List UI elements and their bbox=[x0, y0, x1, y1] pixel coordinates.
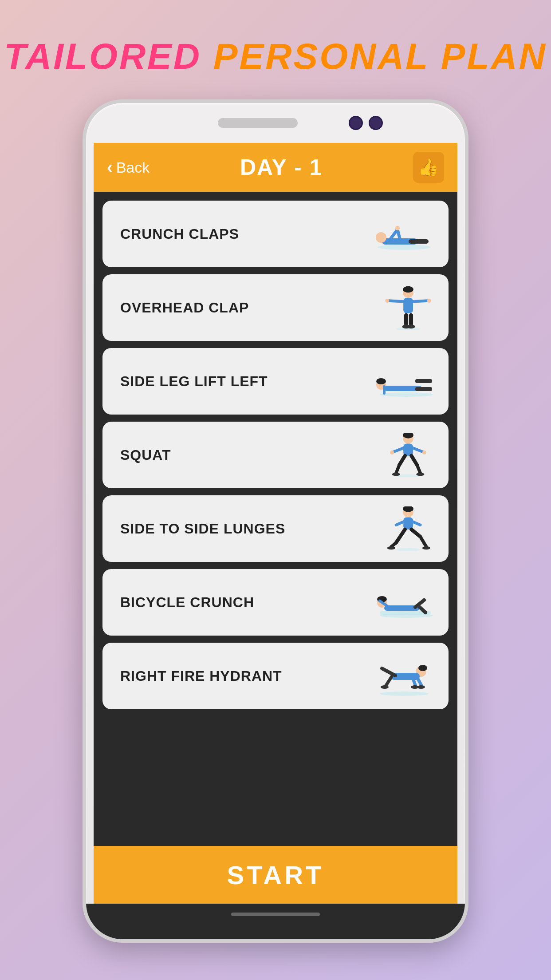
header-title: DAY - 1 bbox=[240, 154, 323, 180]
exercise-name-2: OVERHEAD CLAP bbox=[120, 300, 249, 316]
exercise-item-6[interactable]: BICYCLE CRUNCH bbox=[102, 569, 449, 636]
svg-line-49 bbox=[420, 537, 426, 547]
exercise-item-7[interactable]: RIGHT FIRE HYDRANT bbox=[102, 643, 449, 709]
back-button[interactable]: ‹ Back bbox=[107, 158, 150, 177]
svg-point-3 bbox=[376, 232, 386, 243]
svg-point-6 bbox=[395, 226, 400, 230]
svg-line-37 bbox=[417, 465, 420, 473]
svg-point-40 bbox=[396, 548, 421, 551]
exercise-name-1: CRUNCH CLAPS bbox=[120, 226, 239, 242]
svg-point-69 bbox=[411, 685, 419, 689]
exercise-item-3[interactable]: SIDE LEG LIFT LEFT bbox=[102, 348, 449, 415]
phone-bottom bbox=[86, 904, 465, 939]
exercise-icon-5 bbox=[364, 504, 435, 553]
svg-line-36 bbox=[396, 465, 399, 473]
svg-rect-15 bbox=[404, 313, 408, 326]
start-button-label: START bbox=[227, 860, 324, 890]
exercise-icon-3 bbox=[364, 357, 435, 406]
svg-rect-24 bbox=[415, 379, 432, 383]
thumbs-up-icon: 👍 bbox=[418, 158, 439, 177]
svg-point-70 bbox=[381, 685, 389, 689]
svg-point-9 bbox=[403, 286, 413, 293]
exercise-icon-2 bbox=[364, 283, 435, 332]
svg-rect-43 bbox=[403, 518, 413, 530]
exercise-icon-6 bbox=[364, 578, 435, 627]
svg-rect-10 bbox=[403, 298, 413, 313]
back-label: Back bbox=[116, 159, 150, 176]
exercise-icon-4 bbox=[364, 431, 435, 479]
exercise-icon-7 bbox=[364, 652, 435, 700]
exercise-name-6: BICYCLE CRUNCH bbox=[120, 594, 254, 611]
exercise-name-4: SQUAT bbox=[120, 447, 171, 463]
svg-point-39 bbox=[416, 473, 424, 476]
phone-camera bbox=[349, 116, 363, 130]
svg-point-60 bbox=[380, 692, 429, 696]
svg-line-11 bbox=[388, 301, 404, 302]
phone-home-bar bbox=[231, 913, 320, 916]
svg-point-32 bbox=[390, 450, 394, 454]
svg-line-44 bbox=[396, 522, 403, 525]
exercise-name-5: SIDE TO SIDE LUNGES bbox=[120, 521, 285, 537]
exercise-list: CRUNCH CLAPS bbox=[94, 192, 457, 846]
svg-line-67 bbox=[382, 668, 395, 676]
svg-point-22 bbox=[376, 378, 386, 384]
svg-point-50 bbox=[387, 546, 395, 549]
svg-rect-2 bbox=[409, 239, 429, 244]
svg-line-66 bbox=[386, 676, 392, 686]
back-chevron-icon: ‹ bbox=[107, 158, 113, 177]
svg-line-12 bbox=[413, 301, 429, 302]
svg-line-35 bbox=[411, 456, 417, 465]
svg-rect-23 bbox=[415, 387, 432, 391]
svg-point-26 bbox=[397, 474, 420, 477]
exercise-name-7: RIGHT FIRE HYDRANT bbox=[120, 668, 282, 684]
exercise-item-4[interactable]: SQUAT bbox=[102, 422, 449, 488]
svg-point-0 bbox=[378, 245, 431, 250]
svg-point-14 bbox=[427, 299, 431, 303]
svg-line-47 bbox=[411, 530, 420, 537]
phone-top-bar bbox=[86, 103, 465, 143]
svg-point-19 bbox=[380, 392, 433, 397]
svg-line-46 bbox=[396, 530, 405, 543]
svg-point-38 bbox=[392, 473, 400, 476]
svg-point-33 bbox=[422, 450, 426, 454]
exercise-item-1[interactable]: CRUNCH CLAPS bbox=[102, 201, 449, 267]
exercise-item-2[interactable]: OVERHEAD CLAP bbox=[102, 274, 449, 341]
svg-point-13 bbox=[385, 299, 389, 303]
exercise-icon-1 bbox=[364, 209, 435, 258]
start-button[interactable]: START bbox=[94, 846, 457, 904]
exercise-name-3: SIDE LEG LIFT LEFT bbox=[120, 373, 268, 390]
svg-line-30 bbox=[393, 448, 404, 452]
svg-line-45 bbox=[413, 522, 420, 525]
svg-point-51 bbox=[422, 546, 430, 549]
svg-line-31 bbox=[413, 448, 424, 452]
phone-camera2 bbox=[369, 116, 383, 130]
phone-shell: ‹ Back DAY - 1 👍 CRUNCH CLAPS bbox=[83, 99, 468, 943]
phone-speaker bbox=[218, 118, 298, 128]
svg-point-18 bbox=[407, 324, 415, 328]
svg-line-34 bbox=[399, 456, 405, 465]
exercise-item-5[interactable]: SIDE TO SIDE LUNGES bbox=[102, 495, 449, 562]
svg-line-48 bbox=[391, 543, 396, 547]
svg-point-62 bbox=[418, 665, 427, 671]
page-title: TAILORED PERSONAL PLAN bbox=[4, 36, 547, 77]
svg-rect-16 bbox=[409, 313, 413, 326]
thumbs-up-button[interactable]: 👍 bbox=[413, 152, 444, 183]
svg-rect-29 bbox=[403, 444, 413, 456]
app-container: ‹ Back DAY - 1 👍 CRUNCH CLAPS bbox=[94, 143, 457, 904]
svg-line-5 bbox=[398, 229, 400, 238]
app-header: ‹ Back DAY - 1 👍 bbox=[94, 143, 457, 192]
